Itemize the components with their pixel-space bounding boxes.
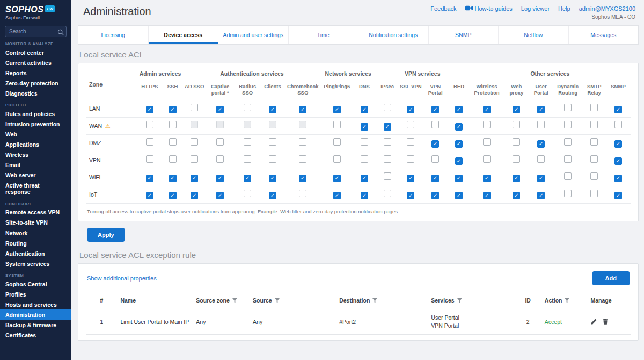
checkbox-lan-ipsec[interactable] bbox=[384, 104, 391, 111]
checkbox-wifi-smtp-relay[interactable] bbox=[590, 172, 598, 180]
checkbox-iot-user-portal[interactable]: ✓ bbox=[537, 192, 545, 199]
checkbox-dmz-ssh[interactable] bbox=[169, 138, 177, 146]
checkbox-lan-ssh[interactable]: ✓ bbox=[169, 106, 177, 113]
filter-icon[interactable] bbox=[457, 298, 462, 304]
sidebar-item-profiles[interactable]: Profiles bbox=[0, 289, 71, 299]
search-icon[interactable] bbox=[57, 28, 64, 38]
sidebar-item-authentication[interactable]: Authentication bbox=[0, 248, 71, 258]
checkbox-wan-smtp-relay[interactable] bbox=[590, 121, 598, 128]
tab-netflow[interactable]: Netflow bbox=[499, 26, 569, 44]
checkbox-wifi-captive-portal[interactable]: ✓ bbox=[216, 175, 224, 182]
checkbox-wan-wireless-protection[interactable] bbox=[483, 121, 491, 128]
checkbox-vpn-https[interactable] bbox=[146, 155, 153, 163]
checkbox-iot-ipsec[interactable] bbox=[384, 190, 391, 197]
tab-notification-settings[interactable]: Notification settings bbox=[358, 26, 429, 44]
checkbox-wifi-ssh[interactable]: ✓ bbox=[169, 175, 177, 182]
tab-licensing[interactable]: Licensing bbox=[78, 26, 149, 44]
delete-icon[interactable] bbox=[602, 318, 609, 325]
sidebar-item-active-threat-response[interactable]: Active threat response bbox=[0, 181, 71, 197]
header-link-help[interactable]: Help bbox=[558, 5, 570, 12]
checkbox-dmz-radius-sso[interactable] bbox=[244, 138, 251, 146]
checkbox-iot-web-proxy[interactable]: ✓ bbox=[513, 192, 520, 199]
checkbox-lan-ping-ping6[interactable]: ✓ bbox=[333, 106, 341, 113]
checkbox-vpn-radius-sso[interactable] bbox=[244, 155, 251, 163]
checkbox-iot-dynamic-routing[interactable] bbox=[564, 190, 572, 197]
sidebar-item-hosts-and-services[interactable]: Hosts and services bbox=[0, 299, 71, 309]
checkbox-wifi-dns[interactable]: ✓ bbox=[361, 175, 368, 182]
checkbox-lan-red[interactable]: ✓ bbox=[455, 106, 463, 113]
checkbox-iot-ssl-vpn[interactable]: ✓ bbox=[407, 192, 414, 199]
checkbox-iot-radius-sso[interactable] bbox=[244, 190, 251, 197]
checkbox-dmz-dns[interactable] bbox=[361, 138, 368, 146]
sidebar-item-certificates[interactable]: Certificates bbox=[0, 330, 71, 341]
checkbox-vpn-user-portal[interactable] bbox=[537, 155, 545, 163]
checkbox-wifi-ipsec[interactable] bbox=[384, 172, 391, 180]
checkbox-dmz-ssl-vpn[interactable] bbox=[407, 138, 414, 146]
checkbox-dmz-ad-sso[interactable] bbox=[191, 138, 198, 146]
sidebar-item-reports[interactable]: Reports bbox=[0, 68, 71, 78]
edit-icon[interactable] bbox=[590, 318, 597, 325]
checkbox-vpn-vpn-portal[interactable] bbox=[431, 155, 439, 163]
checkbox-wifi-chromebook-sso[interactable]: ✓ bbox=[299, 175, 306, 182]
checkbox-wifi-ping-ping6[interactable]: ✓ bbox=[333, 175, 341, 182]
checkbox-wan-web-proxy[interactable] bbox=[513, 121, 520, 128]
checkbox-lan-https[interactable]: ✓ bbox=[146, 106, 153, 113]
sidebar-item-zero-day-protection[interactable]: Zero-day protection bbox=[0, 78, 71, 88]
sidebar-item-site-to-site-vpn[interactable]: Site-to-site VPN bbox=[0, 218, 71, 228]
filter-icon[interactable] bbox=[275, 298, 280, 304]
checkbox-lan-clients[interactable]: ✓ bbox=[269, 106, 276, 113]
tab-time[interactable]: Time bbox=[289, 26, 359, 44]
sidebar-item-administration[interactable]: Administration bbox=[0, 309, 71, 320]
sidebar-item-wireless[interactable]: Wireless bbox=[0, 150, 71, 160]
checkbox-wan-ssl-vpn[interactable] bbox=[407, 121, 414, 128]
checkbox-lan-dns[interactable]: ✓ bbox=[361, 106, 368, 113]
checkbox-dmz-dynamic-routing[interactable] bbox=[564, 138, 572, 146]
checkbox-wan-dynamic-routing[interactable] bbox=[564, 121, 572, 128]
checkbox-iot-smtp-relay[interactable] bbox=[590, 190, 598, 197]
checkbox-iot-clients[interactable]: ✓ bbox=[269, 192, 276, 199]
checkbox-wan-vpn-portal[interactable] bbox=[431, 121, 439, 128]
checkbox-lan-chromebook-sso[interactable]: ✓ bbox=[299, 106, 306, 113]
checkbox-wifi-vpn-portal[interactable]: ✓ bbox=[431, 175, 439, 182]
checkbox-lan-vpn-portal[interactable]: ✓ bbox=[431, 106, 439, 113]
checkbox-wifi-https[interactable]: ✓ bbox=[146, 175, 153, 182]
header-link-feedback[interactable]: Feedback bbox=[430, 5, 456, 12]
checkbox-wan-dns[interactable]: ✓ bbox=[361, 123, 368, 131]
checkbox-lan-captive-portal[interactable]: ✓ bbox=[216, 106, 224, 113]
sidebar-item-current-activities[interactable]: Current activities bbox=[0, 57, 71, 68]
checkbox-vpn-ping-ping6[interactable] bbox=[333, 155, 341, 163]
checkbox-lan-radius-sso[interactable] bbox=[244, 104, 251, 111]
add-button[interactable]: Add bbox=[592, 271, 630, 285]
checkbox-iot-ad-sso[interactable]: ✓ bbox=[191, 192, 198, 199]
sidebar-item-remote-access-vpn[interactable]: Remote access VPN bbox=[0, 207, 71, 218]
checkbox-dmz-smtp-relay[interactable] bbox=[590, 138, 598, 146]
checkbox-wifi-clients[interactable]: ✓ bbox=[269, 175, 276, 182]
sidebar-item-network[interactable]: Network bbox=[0, 228, 71, 238]
tab-admin-and-user-settings[interactable]: Admin and user settings bbox=[218, 26, 289, 44]
checkbox-wifi-dynamic-routing[interactable] bbox=[564, 172, 572, 180]
tab-snmp[interactable]: SNMP bbox=[429, 26, 499, 44]
checkbox-wan-user-portal[interactable] bbox=[537, 121, 545, 128]
checkbox-dmz-wireless-protection[interactable] bbox=[483, 138, 491, 146]
header-link-log-viewer[interactable]: Log viewer bbox=[521, 5, 550, 12]
checkbox-dmz-clients[interactable] bbox=[269, 138, 276, 146]
checkbox-iot-wireless-protection[interactable]: ✓ bbox=[483, 192, 491, 199]
checkbox-vpn-captive-portal[interactable] bbox=[216, 155, 224, 163]
checkbox-dmz-web-proxy[interactable] bbox=[513, 138, 520, 146]
filter-icon[interactable] bbox=[372, 298, 377, 304]
checkbox-iot-ping-ping6[interactable]: ✓ bbox=[333, 192, 341, 199]
sidebar-item-web-server[interactable]: Web server bbox=[0, 170, 71, 181]
checkbox-iot-chromebook-sso[interactable] bbox=[299, 190, 306, 197]
checkbox-vpn-red[interactable]: ✓ bbox=[455, 157, 463, 165]
checkbox-wifi-ad-sso[interactable]: ✓ bbox=[191, 175, 198, 182]
checkbox-vpn-dynamic-routing[interactable] bbox=[564, 155, 572, 163]
checkbox-lan-web-proxy[interactable]: ✓ bbox=[513, 106, 520, 113]
checkbox-wan-https[interactable] bbox=[146, 121, 153, 128]
checkbox-iot-red[interactable]: ✓ bbox=[455, 192, 463, 199]
checkbox-dmz-user-portal[interactable]: ✓ bbox=[537, 140, 545, 148]
checkbox-dmz-captive-portal[interactable] bbox=[216, 138, 224, 146]
checkbox-dmz-vpn-portal[interactable]: ✓ bbox=[431, 140, 439, 148]
checkbox-iot-captive-portal[interactable]: ✓ bbox=[216, 192, 224, 199]
header-link-admin-myxgs2100[interactable]: admin@MYXGS2100 bbox=[579, 5, 635, 12]
checkbox-iot-dns[interactable]: ✓ bbox=[361, 192, 368, 199]
